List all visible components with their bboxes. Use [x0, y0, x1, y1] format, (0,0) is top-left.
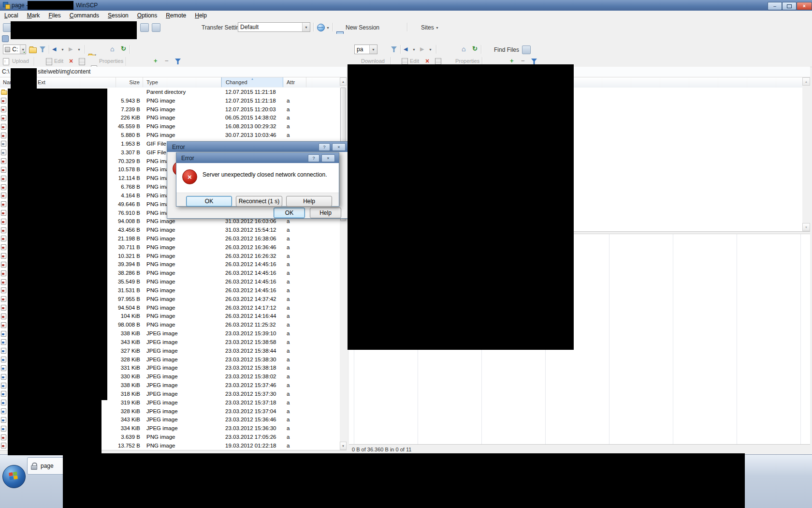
- local-unselect-icon[interactable]: −: [165, 58, 169, 64]
- file-attr: a: [283, 339, 290, 345]
- header-size[interactable]: Size: [116, 77, 143, 87]
- remote-home-directory-icon[interactable]: ⌂: [462, 45, 465, 52]
- transfer-mode-dropdown-icon[interactable]: ▼: [325, 23, 331, 32]
- help-button[interactable]: Help: [310, 208, 341, 218]
- file-type: JPEG image: [143, 348, 221, 354]
- winscp-app-icon: [3, 2, 10, 9]
- help-icon[interactable]: ?: [319, 143, 330, 151]
- local-rename-icon[interactable]: [79, 58, 85, 65]
- png-file-icon: [1, 322, 7, 328]
- remote-delete-icon[interactable]: ×: [425, 58, 429, 64]
- local-properties-button[interactable]: Properties: [99, 58, 123, 64]
- close-button[interactable]: ×: [797, 2, 812, 10]
- remote-selection-filter-icon[interactable]: [531, 59, 537, 64]
- local-path-prefix: C:\: [2, 68, 9, 75]
- local-select-icon[interactable]: +: [154, 58, 158, 64]
- file-type: JPEG image: [143, 339, 221, 345]
- chevron-down-icon[interactable]: ▼: [20, 45, 26, 54]
- jpg-file-icon: [1, 374, 7, 380]
- file-type: PNG image: [143, 322, 221, 328]
- local-drive-combo[interactable]: C: ▼: [3, 45, 26, 54]
- start-button[interactable]: [2, 465, 26, 488]
- remote-back-dropdown-icon[interactable]: ▼: [411, 45, 417, 54]
- transfer-mode-icon[interactable]: [317, 24, 325, 31]
- download-button[interactable]: Download: [361, 58, 385, 64]
- menu-item-files[interactable]: Files: [44, 11, 65, 21]
- local-refresh-icon[interactable]: ↻: [121, 45, 126, 52]
- taskbar-app-button[interactable]: page: [27, 457, 66, 475]
- session-tab-icon[interactable]: [2, 35, 9, 42]
- header-ext[interactable]: Ext: [36, 77, 116, 87]
- chevron-down-icon[interactable]: ▼: [302, 23, 310, 31]
- remote-forward-icon[interactable]: ▶: [420, 46, 424, 52]
- sites-button[interactable]: Sites: [421, 24, 434, 31]
- remote-directory-combo[interactable]: pa ▼: [354, 45, 377, 54]
- menu-item-options[interactable]: Options: [133, 11, 161, 21]
- menu-item-local[interactable]: Local: [0, 11, 23, 21]
- scroll-down-icon[interactable]: ▼: [340, 442, 347, 450]
- menu-item-mark[interactable]: Mark: [23, 11, 44, 21]
- header-changed[interactable]: ▲ Changed: [221, 77, 283, 87]
- help-button[interactable]: Help: [286, 196, 332, 207]
- menu-item-session[interactable]: Session: [103, 11, 133, 21]
- file-size: 35.549 B: [116, 279, 143, 284]
- remote-unselect-icon[interactable]: −: [521, 58, 525, 64]
- header-attr[interactable]: Attr: [283, 77, 306, 87]
- scroll-up-icon[interactable]: ▲: [340, 77, 347, 86]
- local-selection-filter-icon[interactable]: [175, 59, 181, 64]
- file-size: 5.880 B: [116, 132, 143, 138]
- upload-button[interactable]: Upload: [12, 58, 29, 64]
- scroll-down-icon[interactable]: ▼: [802, 223, 810, 231]
- local-forward-icon[interactable]: ▶: [69, 46, 72, 52]
- minimize-button[interactable]: –: [768, 2, 782, 10]
- new-session-button[interactable]: New Session: [346, 24, 379, 31]
- reconnect-button[interactable]: Reconnect (1 s): [236, 196, 282, 207]
- png-file-icon: [1, 166, 7, 173]
- file-changed: 26.03.2012 14:37:42: [221, 296, 283, 302]
- transfer-settings-combo[interactable]: Default ▼: [238, 22, 310, 32]
- close-icon[interactable]: ×: [332, 143, 346, 151]
- columns-icon[interactable]: [140, 23, 149, 32]
- menu-item-remote[interactable]: Remote: [161, 11, 190, 21]
- remote-refresh-icon[interactable]: ↻: [472, 45, 478, 52]
- local-filter-icon[interactable]: [40, 46, 45, 52]
- remote-select-icon[interactable]: +: [510, 58, 514, 64]
- remote-back-icon[interactable]: ◀: [404, 46, 407, 52]
- sync-browsing-icon[interactable]: [522, 45, 531, 54]
- maximize-button[interactable]: [782, 2, 797, 10]
- upload-icon[interactable]: ↑: [3, 58, 9, 65]
- file-size: 327 KiB: [116, 348, 143, 354]
- local-path-bar[interactable]: C:\ site\web\img\content: [0, 67, 347, 77]
- sites-dropdown-icon[interactable]: ▼: [435, 23, 440, 32]
- file-size: 328 KiB: [116, 357, 143, 362]
- find-files-button[interactable]: Find Files: [494, 46, 519, 53]
- close-icon[interactable]: ×: [321, 154, 335, 162]
- local-back-dropdown-icon[interactable]: ▼: [60, 45, 65, 54]
- file-attr: a: [283, 417, 290, 422]
- chevron-down-icon[interactable]: ▼: [369, 45, 377, 54]
- menu-item-commands[interactable]: Commands: [65, 11, 103, 21]
- remote-filter-icon[interactable]: [391, 46, 397, 52]
- file-attr: a: [283, 434, 290, 440]
- local-delete-icon[interactable]: ×: [69, 58, 73, 64]
- local-edit-icon[interactable]: [46, 58, 52, 65]
- file-size: 330 KiB: [116, 374, 143, 379]
- file-type: PNG image: [143, 296, 221, 302]
- local-edit-button[interactable]: Edit: [54, 58, 63, 64]
- remote-edit-button[interactable]: Edit: [410, 58, 419, 64]
- remote-scrollbar[interactable]: ▲ ▼: [802, 77, 810, 231]
- ok-button[interactable]: OK: [274, 208, 305, 218]
- remote-forward-dropdown-icon[interactable]: ▼: [428, 45, 433, 54]
- menu-item-help[interactable]: Help: [190, 11, 211, 21]
- local-forward-dropdown-icon[interactable]: ▼: [76, 45, 82, 54]
- local-back-icon[interactable]: ◀: [52, 46, 56, 52]
- scroll-up-icon[interactable]: ▲: [802, 77, 810, 86]
- remote-properties-button[interactable]: Properties: [455, 58, 479, 64]
- help-icon[interactable]: ?: [308, 154, 319, 162]
- local-open-directory-icon[interactable]: [29, 47, 37, 53]
- queue-icon[interactable]: [152, 23, 160, 32]
- local-scrollbar[interactable]: ▲ ▼: [340, 77, 347, 450]
- local-home-directory-icon[interactable]: ⌂: [110, 45, 114, 52]
- header-type[interactable]: Type: [143, 77, 221, 87]
- ok-button[interactable]: OK: [186, 196, 232, 207]
